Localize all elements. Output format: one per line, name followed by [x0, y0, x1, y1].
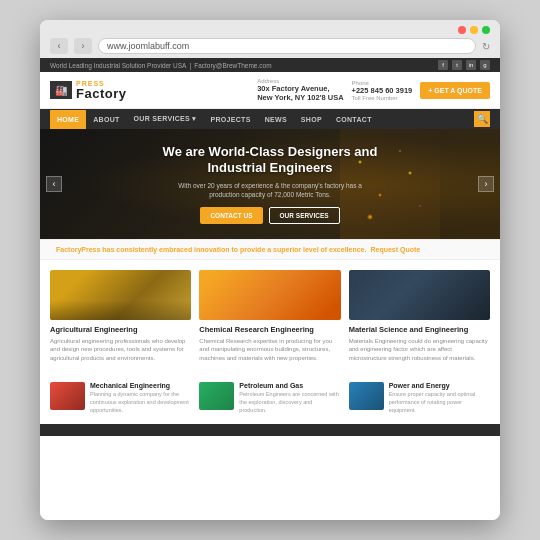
mechanical-desc: Planning a dynamic company for the conti… — [90, 391, 191, 414]
topbar-provider-text: World Leading Industrial Solution Provid… — [50, 62, 186, 69]
agricultural-title: Agricultural Engineering — [50, 325, 191, 334]
hero-content: We are World-Class Designers andIndustri… — [143, 144, 398, 223]
hero-subtitle: With over 20 years of experience & the c… — [163, 181, 378, 199]
site-navigation: HOME ABOUT OUR SERVICES ▾ PROJECTS NEWS … — [40, 109, 500, 129]
agricultural-image — [50, 270, 191, 320]
logo-icon: 🏭 — [50, 81, 72, 99]
nav-item-news[interactable]: NEWS — [258, 110, 294, 129]
browser-window: ‹ › www.joomlabuff.com ↻ World Leading I… — [40, 20, 500, 520]
topbar-left: World Leading Industrial Solution Provid… — [50, 62, 272, 69]
phone-value: +225 845 60 3919 — [352, 86, 413, 95]
nav-item-home[interactable]: HOME — [50, 110, 86, 129]
agricultural-desc: Agricultural engineering professionals w… — [50, 337, 191, 362]
info-bar-text: FactoryPress has consistently embraced i… — [56, 246, 366, 253]
hero-next-button[interactable]: › — [478, 176, 494, 192]
service-petroleum: Petroleum and Gas Petroleum Engineers ar… — [199, 382, 340, 414]
bottom-services: Mechanical Engineering Planning a dynami… — [40, 382, 500, 424]
nav-item-contact[interactable]: CONTACT — [329, 110, 379, 129]
nav-item-services[interactable]: OUR SERVICES ▾ — [127, 109, 204, 129]
petroleum-desc: Petroleum Engineers are concerned with t… — [239, 391, 340, 414]
site-header: 🏭 Press Factory Address 30x Factory Aven… — [40, 72, 500, 109]
petroleum-title: Petroleum and Gas — [239, 382, 340, 389]
browser-toolbar: ‹ › www.joomlabuff.com ↻ — [50, 38, 490, 54]
browser-chrome: ‹ › www.joomlabuff.com ↻ — [40, 20, 500, 58]
browser-dots — [50, 26, 490, 34]
address-contact: Address 30x Factory Avenue, New York, NY… — [257, 78, 343, 102]
dot-yellow[interactable] — [470, 26, 478, 34]
service-card-chemical: Chemical Research Engineering Chemical R… — [199, 270, 340, 362]
petroleum-image — [199, 382, 234, 410]
dot-red[interactable] — [458, 26, 466, 34]
facebook-icon[interactable]: f — [438, 60, 448, 70]
forward-button[interactable]: › — [74, 38, 92, 54]
chemical-image — [199, 270, 340, 320]
back-button[interactable]: ‹ — [50, 38, 68, 54]
topbar-separator: | — [189, 62, 191, 69]
chemical-title: Chemical Research Engineering — [199, 325, 340, 334]
request-quote-link[interactable]: Request Quote — [370, 246, 420, 253]
googleplus-icon[interactable]: g — [480, 60, 490, 70]
topbar-email: Factory@BrewTheme.com — [194, 62, 271, 69]
mechanical-title: Mechanical Engineering — [90, 382, 191, 389]
power-image — [349, 382, 384, 410]
power-desc: Ensure proper capacity and optimal perfo… — [389, 391, 490, 414]
power-text: Power and Energy Ensure proper capacity … — [389, 382, 490, 414]
header-contact: Address 30x Factory Avenue, New York, NY… — [257, 78, 490, 102]
service-mechanical: Mechanical Engineering Planning a dynami… — [50, 382, 191, 414]
dot-green[interactable] — [482, 26, 490, 34]
website-content: World Leading Industrial Solution Provid… — [40, 58, 500, 520]
address-bar[interactable]: www.joomlabuff.com — [98, 38, 476, 54]
hero-buttons: CONTACT US OUR SERVICES — [163, 207, 378, 224]
phone-contact: Phone +225 845 60 3919 Toll Free Number — [352, 80, 413, 101]
nav-item-projects[interactable]: PROJECTS — [204, 110, 258, 129]
material-image — [349, 270, 490, 320]
contact-us-button[interactable]: CONTACT US — [200, 207, 262, 224]
service-card-agricultural: Agricultural Engineering Agricultural en… — [50, 270, 191, 362]
refresh-button[interactable]: ↻ — [482, 41, 490, 52]
chemical-desc: Chemical Research expertise in producing… — [199, 337, 340, 362]
nav-item-about[interactable]: ABOUT — [86, 110, 126, 129]
search-icon[interactable]: 🔍 — [474, 111, 490, 127]
services-section: Agricultural Engineering Agricultural en… — [40, 260, 500, 382]
topbar-right: f t in g — [438, 60, 490, 70]
service-card-material: Material Science and Engineering Materia… — [349, 270, 490, 362]
hero-section: ‹ We are World-Class Designers andIndust… — [40, 129, 500, 239]
nav-item-shop[interactable]: SHOP — [294, 110, 329, 129]
logo-area: 🏭 Press Factory — [50, 80, 126, 100]
services-grid: Agricultural Engineering Agricultural en… — [50, 270, 490, 362]
mechanical-image — [50, 382, 85, 410]
material-desc: Materials Engineering could do engineeri… — [349, 337, 490, 362]
material-title: Material Science and Engineering — [349, 325, 490, 334]
logo-factory: Factory — [76, 87, 126, 100]
our-services-button[interactable]: OUR SERVICES — [269, 207, 340, 224]
service-power: Power and Energy Ensure proper capacity … — [349, 382, 490, 414]
address-line1: 30x Factory Avenue, — [257, 84, 329, 93]
info-bar: FactoryPress has consistently embraced i… — [40, 239, 500, 260]
footer-bar — [40, 424, 500, 436]
logo-text: Press Factory — [76, 80, 126, 100]
tollfree-label: Toll Free Number — [352, 95, 398, 101]
address-line2: New York, NY 102'8 USA — [257, 93, 343, 102]
top-bar: World Leading Industrial Solution Provid… — [40, 58, 500, 72]
quote-button[interactable]: + GET A QUOTE — [420, 82, 490, 99]
twitter-icon[interactable]: t — [452, 60, 462, 70]
petroleum-text: Petroleum and Gas Petroleum Engineers ar… — [239, 382, 340, 414]
logo-icon-symbol: 🏭 — [55, 85, 67, 96]
power-title: Power and Energy — [389, 382, 490, 389]
mechanical-text: Mechanical Engineering Planning a dynami… — [90, 382, 191, 414]
linkedin-icon[interactable]: in — [466, 60, 476, 70]
hero-title: We are World-Class Designers andIndustri… — [163, 144, 378, 175]
hero-prev-button[interactable]: ‹ — [46, 176, 62, 192]
